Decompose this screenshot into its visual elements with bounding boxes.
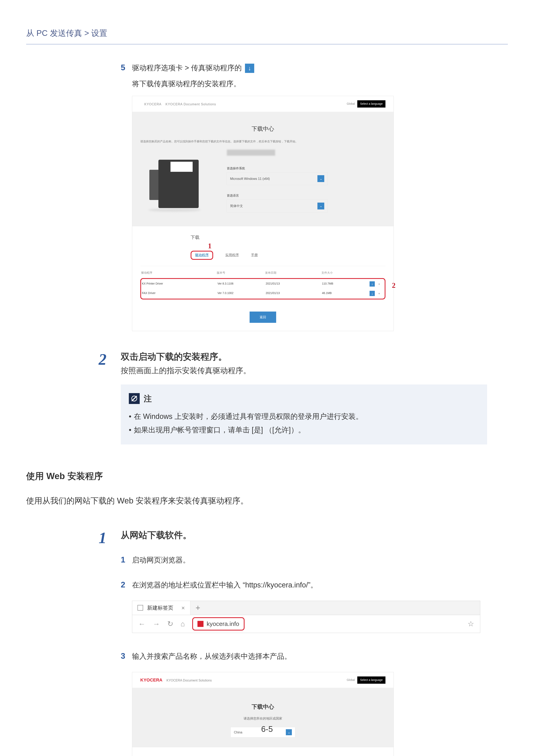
printer-image (140, 149, 205, 210)
lang-label: 首选语言 (227, 193, 386, 198)
lang-select[interactable]: 简体中文 ⌄ (227, 200, 327, 212)
download-heading: 下载 (191, 233, 386, 241)
download-center-desc: 请选择您购买的产品名称。您可以找到操作手册和您想下载的文件等信息。选择要下载的文… (140, 139, 386, 144)
procedure-number-1: 1 (99, 525, 107, 551)
return-button[interactable]: 返回 (250, 311, 276, 323)
substep-number: 3 (121, 649, 132, 663)
browser-tab-title: 新建标签页 (147, 603, 173, 612)
tab-utility[interactable]: 实用程序 (225, 252, 239, 258)
model-name-blurred (227, 149, 275, 156)
table-row: FAX Driver Ver 7.0.1002 2021/01/13 46.1M… (141, 289, 385, 298)
substep-2: 2 在浏览器的地址栏或位置栏中输入 “https://kyocera.info/… (121, 578, 487, 591)
expand-icon[interactable]: + (378, 282, 380, 286)
page-icon (138, 605, 143, 610)
home-icon[interactable]: ⌂ (181, 618, 185, 630)
col-size: 文件大小 (321, 270, 366, 275)
browser-screenshot: 新建标签页 × + ← → ↻ ⌂ kyocera.info ☆ (132, 601, 480, 633)
table-row: KX Printer Driver Ver 8.3.1106 2021/01/1… (141, 279, 385, 289)
global-link[interactable]: Global (346, 101, 355, 106)
procedure-2-desc: 按照画面上的指示安装传真驱动程序。 (121, 364, 487, 377)
region-subtitle: 请选择您所在的地区或国家 (140, 716, 386, 721)
info-text: 您可以下载您需要的驱动程序、实用程序和文档。 请输入产品名称并搜索。 您也可以按… (132, 747, 394, 756)
substep-2-text: 在浏览器的地址栏或位置栏中输入 “https://kyocera.info/”。 (132, 579, 487, 591)
os-select[interactable]: Microsoft Windows 11 (x64) ⌄ (227, 173, 327, 185)
substep-number: 1 (121, 553, 132, 566)
substep-3-text: 输入并搜索产品名称，从候选列表中选择本产品。 (132, 650, 487, 662)
download-center-title: 下载中心 (140, 124, 386, 134)
substep-1-text: 启动网页浏览器。 (132, 554, 487, 566)
col-version: 版本号 (217, 270, 265, 275)
callout-1: 1 (208, 242, 386, 250)
refresh-icon[interactable]: ↻ (167, 618, 173, 630)
substep-number: 5 (121, 61, 132, 74)
kyocera-logo: KYOCERAKYOCERA Document Solutions (140, 100, 216, 108)
page-number: 6-5 (261, 722, 273, 736)
substep-5: 5 驱动程序选项卡 > 传真驱动程序的 ↓ (121, 61, 487, 74)
tab-manual[interactable]: 手册 (251, 252, 258, 258)
language-selector[interactable]: Select a language (357, 100, 386, 108)
global-link[interactable]: Global (346, 678, 355, 683)
language-selector[interactable]: Select a language (357, 676, 386, 684)
os-label: 首选操作系统 (227, 166, 386, 171)
section-intro: 使用从我们的网站下载的 Web 安装程序来安装传真驱动程序。 (26, 494, 487, 507)
forward-icon[interactable]: → (153, 618, 160, 630)
tab-driver[interactable]: 驱动程序 (191, 251, 213, 260)
substep-1: 1 启动网页浏览器。 (121, 553, 487, 566)
substep-number: 2 (121, 578, 132, 591)
substep-5-note: 将下载传真驱动程序的安装程序。 (132, 77, 487, 90)
download-icon: ↓ (245, 64, 254, 73)
note-title: 注 (144, 392, 152, 405)
breadcrumb: 从 PC 发送传真 > 设置 (26, 26, 508, 44)
url-text: kyocera.info (207, 619, 239, 629)
address-bar-highlighted[interactable]: kyocera.info (192, 617, 244, 631)
download-center-screenshot-1: KYOCERAKYOCERA Document Solutions Global… (132, 96, 394, 331)
download-icon[interactable]: ↓ (369, 281, 375, 286)
driver-table-highlighted: KX Printer Driver Ver 8.3.1106 2021/01/1… (140, 278, 386, 299)
note-item: 在 Windows 上安装时，必须通过具有管理员权限的登录用户进行安装。 (129, 410, 479, 422)
col-date: 发布日期 (265, 270, 321, 275)
kyocera-logo: KYOCERAKYOCERA Document Solutions (140, 676, 212, 684)
back-icon[interactable]: ← (138, 618, 145, 630)
procedure-1-title: 从网站下载软件。 (121, 527, 487, 543)
substep-5-text: 驱动程序选项卡 > 传真驱动程序的 (132, 64, 242, 72)
new-tab-icon[interactable]: + (196, 601, 200, 615)
callout-2: 2 (392, 279, 395, 292)
download-center-title: 下载中心 (140, 702, 386, 712)
note-icon (129, 393, 140, 404)
chevron-down-icon: ⌄ (318, 202, 324, 209)
browser-tab[interactable]: 新建标签页 × (132, 601, 191, 615)
download-icon[interactable]: ↓ (369, 291, 375, 296)
note-item: 如果出现用户帐号管理窗口，请单击 [是] （[允许]）。 (129, 424, 479, 436)
favorite-icon[interactable]: ☆ (468, 618, 474, 630)
expand-icon[interactable]: + (378, 292, 380, 295)
close-icon[interactable]: × (181, 603, 185, 613)
substep-3: 3 输入并搜索产品名称，从候选列表中选择本产品。 (121, 649, 487, 663)
section-heading-web-installer: 使用 Web 安装程序 (26, 469, 487, 484)
procedure-2-title: 双击启动下载的安装程序。 (121, 349, 487, 364)
col-name: 驱动程序 (140, 270, 217, 275)
kyocera-favicon (197, 621, 203, 627)
chevron-down-icon: ⌄ (286, 729, 292, 735)
download-center-screenshot-3: KYOCERAKYOCERA Document Solutions Global… (132, 672, 394, 756)
chevron-down-icon: ⌄ (318, 175, 324, 182)
procedure-number-2: 2 (99, 346, 107, 373)
note-box: 注 在 Windows 上安装时，必须通过具有管理员权限的登录用户进行安装。 如… (121, 385, 487, 445)
